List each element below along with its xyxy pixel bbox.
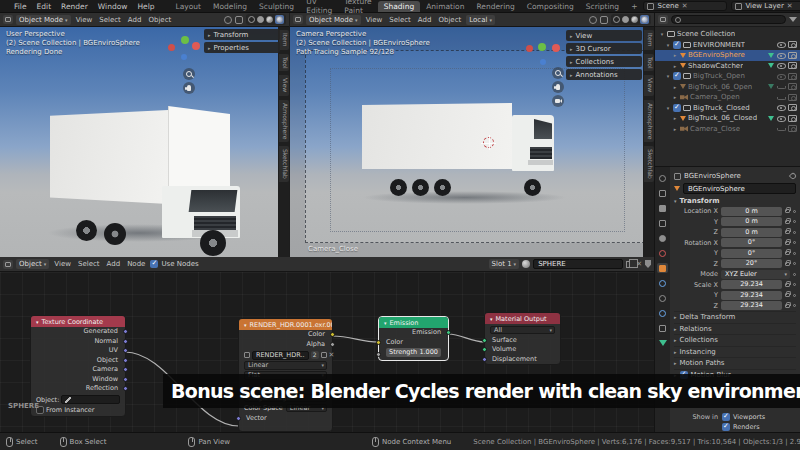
outliner-row-bigtruck-open[interactable]: ▾ BigTruck_Open	[655, 71, 800, 82]
tab-sculpting[interactable]: Sculpting	[253, 1, 300, 12]
shader-type-dropdown[interactable]: Object	[16, 259, 49, 269]
shading-solid-icon[interactable]	[257, 16, 264, 23]
lock-icon[interactable]	[785, 209, 790, 213]
output-socket[interactable]	[123, 386, 128, 391]
node-material-output[interactable]: Material Output All Surface Volume Displ…	[484, 312, 561, 365]
object-picker-field[interactable]	[61, 395, 120, 404]
pan-hand-button[interactable]	[183, 82, 195, 94]
node-emission[interactable]: Emission Emission Color Strength 1.000	[378, 316, 449, 361]
shading-wireframe-icon[interactable]	[613, 16, 620, 23]
disclosure-icon[interactable]: ▸	[672, 94, 678, 100]
object-tab[interactable]	[657, 263, 668, 273]
proportional-editing-icon[interactable]	[589, 16, 597, 24]
camera-view-button[interactable]	[552, 95, 564, 107]
panel-collections[interactable]: Collections	[566, 56, 642, 67]
lock-icon[interactable]	[785, 251, 790, 255]
disclosure-icon[interactable]: ▸	[672, 63, 678, 69]
location-z-value[interactable]: 0 m	[721, 228, 782, 237]
mode-dropdown[interactable]: Object Mode	[306, 15, 361, 25]
outliner-row-bgenvirosphere[interactable]: ▸ BGEnviroSphere	[655, 50, 800, 61]
outliner-row-scene-collection[interactable]: ▾ Scene Collection	[655, 29, 800, 40]
hide-viewport-icon[interactable]	[776, 40, 786, 49]
menu-window[interactable]: Window	[93, 2, 133, 11]
outliner-row-camera-close[interactable]: ▸ Camera_Close	[655, 124, 800, 135]
view-layer-remove-icon[interactable]	[787, 3, 793, 10]
relations-panel[interactable]: Relations	[674, 323, 796, 335]
outliner-search-input[interactable]	[671, 15, 786, 24]
lock-icon[interactable]	[785, 262, 790, 266]
editor-type-shader-icon[interactable]	[3, 260, 13, 269]
animate-dot[interactable]	[793, 262, 796, 265]
shading-rendered-active[interactable]	[640, 15, 649, 24]
world-tab[interactable]	[657, 248, 668, 258]
new-material-icon[interactable]	[626, 261, 633, 268]
select-menu[interactable]: Select	[387, 16, 413, 24]
location-y-value[interactable]: 0 m	[721, 217, 782, 226]
animate-dot[interactable]	[793, 283, 796, 286]
panel-3d-cursor[interactable]: 3D Cursor	[566, 43, 642, 54]
viewport-right[interactable]: Camera_Close Camera Perspective (2) Scen…	[290, 27, 654, 257]
editor-type-3d-viewport-icon[interactable]	[3, 15, 13, 24]
menu-help[interactable]: Help	[132, 2, 159, 11]
object-data-tab[interactable]	[657, 338, 668, 348]
view-menu[interactable]: View	[52, 260, 73, 268]
hide-viewport-icon[interactable]	[776, 61, 786, 70]
tab-tool[interactable]: Tool	[279, 54, 289, 72]
disclosure-icon[interactable]: ▾	[665, 73, 671, 79]
hide-viewport-icon[interactable]	[776, 114, 786, 123]
animate-dot[interactable]	[793, 210, 796, 213]
scene-selector[interactable]: Scene	[643, 1, 727, 11]
shading-material-icon[interactable]	[266, 16, 273, 23]
panel-transform[interactable]: Transform	[204, 29, 280, 40]
transform-orientation-dropdown[interactable]: Local	[466, 15, 495, 25]
tab-item[interactable]: Item	[644, 30, 654, 50]
disable-render-icon[interactable]	[788, 94, 797, 101]
output-socket[interactable]	[123, 329, 128, 334]
scale-z-value[interactable]: 29.234	[721, 301, 782, 310]
tab-compositing[interactable]: Compositing	[521, 1, 580, 12]
disclosure-icon[interactable]: ▸	[672, 52, 678, 58]
zoom-button[interactable]	[552, 67, 564, 79]
physics-tab[interactable]	[657, 308, 668, 318]
panel-view[interactable]: View	[566, 30, 642, 41]
hide-viewport-icon[interactable]	[776, 72, 786, 81]
view-layer-tab[interactable]	[657, 218, 668, 228]
motion-paths-panel[interactable]: Motion Paths	[674, 357, 796, 369]
output-socket[interactable]	[446, 330, 451, 335]
scene-tab[interactable]	[657, 233, 668, 243]
outliner-row-bigtruck-06-closed[interactable]: ▸ BigTruck_06_Closed	[655, 113, 800, 124]
pan-hand-button[interactable]	[552, 81, 564, 93]
collections-panel[interactable]: Collections	[674, 334, 796, 346]
hide-viewport-icon[interactable]	[776, 103, 786, 112]
shading-wireframe-icon[interactable]	[248, 16, 255, 23]
constraints-tab[interactable]	[657, 323, 668, 333]
tab-texture-paint[interactable]: Texture Paint	[338, 0, 377, 16]
animate-dot[interactable]	[793, 304, 796, 307]
lock-icon[interactable]	[785, 230, 790, 234]
tab-view[interactable]: View	[279, 75, 289, 95]
image-name-field[interactable]: RENDER_HDR..	[252, 351, 309, 360]
disable-render-icon[interactable]	[788, 104, 797, 111]
object-name-field[interactable]: BGEnviroSphere	[683, 183, 796, 194]
disclosure-icon[interactable]: ▸	[672, 84, 678, 90]
location-x-value[interactable]: 0 m	[721, 207, 782, 216]
tab-modeling[interactable]: Modeling	[207, 1, 253, 12]
rotation-z-value[interactable]: 20°	[721, 259, 782, 268]
disclosure-icon[interactable]: ▾	[665, 105, 671, 111]
rotation-mode-dropdown[interactable]: XYZ Euler	[721, 270, 790, 279]
panel-properties[interactable]: Properties	[204, 42, 280, 53]
editor-type-outliner-icon[interactable]	[658, 15, 668, 24]
scale-y-value[interactable]: 29.234	[721, 291, 782, 300]
view-menu[interactable]: View	[74, 16, 95, 24]
menu-file[interactable]: File	[9, 2, 32, 11]
mode-dropdown[interactable]: Object Mode	[16, 15, 71, 25]
tab-rendering[interactable]: Rendering	[470, 1, 520, 12]
outliner-row-camera-open[interactable]: ▸ Camera_Open	[655, 92, 800, 103]
particles-tab[interactable]	[657, 293, 668, 303]
tab-sketchfab[interactable]: Sketchfab	[644, 146, 654, 182]
disable-render-icon[interactable]	[788, 52, 797, 59]
animate-dot[interactable]	[793, 294, 796, 297]
filter-icon[interactable]	[789, 17, 797, 22]
panel-annotations[interactable]: Annotations	[566, 69, 642, 80]
lock-icon[interactable]	[785, 283, 790, 287]
